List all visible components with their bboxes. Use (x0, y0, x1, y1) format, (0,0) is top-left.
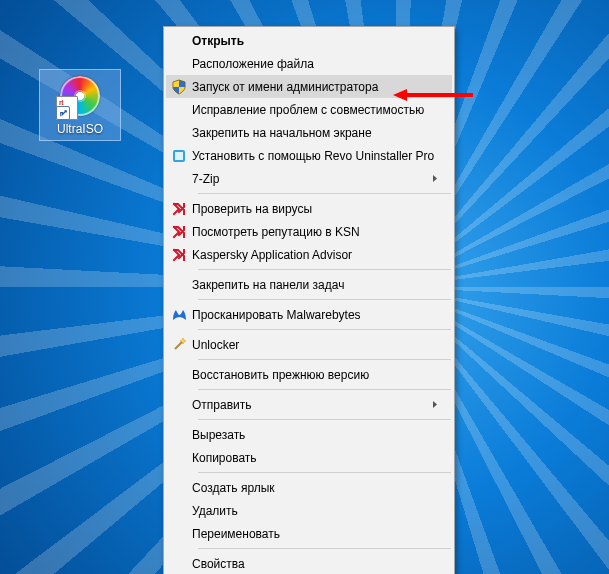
menu-item-label: Переименовать (192, 527, 444, 541)
menu-separator (198, 269, 451, 270)
menu-item-label: 7-Zip (192, 172, 432, 186)
blank-icon (166, 522, 192, 545)
menu-item-label: Kaspersky Application Advisor (192, 248, 444, 262)
menu-item[interactable]: Отправить (166, 393, 452, 416)
menu-item-label: Создать ярлык (192, 481, 444, 495)
chevron-right-icon (432, 174, 444, 183)
menu-item[interactable]: Исправление проблем с совместимостью (166, 98, 452, 121)
kasp-icon (166, 243, 192, 266)
blank-icon (166, 552, 192, 574)
menu-item-label: Закрепить на панели задач (192, 278, 444, 292)
menu-item-label: Удалить (192, 504, 444, 518)
kaspersky-icon (172, 202, 186, 216)
menu-item[interactable]: Свойства (166, 552, 452, 574)
blank-icon (166, 423, 192, 446)
menu-item-label: Копировать (192, 451, 444, 465)
blank-icon (166, 446, 192, 469)
menu-item-label: Исправление проблем с совместимостью (192, 103, 444, 117)
menu-item[interactable]: Unlocker (166, 333, 452, 356)
menu-separator (198, 389, 451, 390)
menu-item-label: Установить с помощью Revo Uninstaller Pr… (192, 149, 444, 163)
blank-icon (166, 363, 192, 386)
shield-icon (171, 79, 187, 95)
menu-item-label: Расположение файла (192, 57, 444, 71)
blank-icon (166, 476, 192, 499)
menu-item[interactable]: Запуск от имени администратора (166, 75, 452, 98)
wand-icon (166, 333, 192, 356)
menu-item[interactable]: Закрепить на начальном экране (166, 121, 452, 144)
svg-line-2 (175, 341, 183, 349)
menu-separator (198, 548, 451, 549)
blank-icon (166, 393, 192, 416)
desktop-shortcut-ultraiso[interactable]: UltraISO (40, 70, 120, 140)
menu-item-label: Запуск от имени администратора (192, 80, 444, 94)
menu-item[interactable]: Закрепить на панели задач (166, 273, 452, 296)
kaspersky-icon (172, 225, 186, 239)
menu-item[interactable]: Расположение файла (166, 52, 452, 75)
blank-icon (166, 167, 192, 190)
menu-item-label: Проверить на вирусы (192, 202, 444, 216)
menu-item[interactable]: Удалить (166, 499, 452, 522)
menu-item[interactable]: Восстановить прежнюю версию (166, 363, 452, 386)
menu-item[interactable]: Посмотреть репутацию в KSN (166, 220, 452, 243)
revo-icon (172, 149, 186, 163)
menu-item[interactable]: Вырезать (166, 423, 452, 446)
menu-item[interactable]: Установить с помощью Revo Uninstaller Pr… (166, 144, 452, 167)
menu-item-label: Отправить (192, 398, 432, 412)
kasp-icon (166, 197, 192, 220)
menu-item-label: Восстановить прежнюю версию (192, 368, 444, 382)
chevron-right-icon (432, 400, 444, 409)
revo-icon (166, 144, 192, 167)
blank-icon (166, 98, 192, 121)
mbam-icon (166, 303, 192, 326)
kasp-icon (166, 220, 192, 243)
menu-item[interactable]: 7-Zip (166, 167, 452, 190)
blank-icon (166, 121, 192, 144)
menu-item[interactable]: Переименовать (166, 522, 452, 545)
shortcut-overlay-icon (56, 106, 70, 120)
menu-item[interactable]: Открыть (166, 29, 452, 52)
menu-separator (198, 299, 451, 300)
blank-icon (166, 499, 192, 522)
shield-icon (166, 75, 192, 98)
blank-icon (166, 29, 192, 52)
malwarebytes-icon (172, 308, 187, 322)
menu-item-label: Вырезать (192, 428, 444, 442)
menu-item-label: Открыть (192, 34, 444, 48)
menu-separator (198, 472, 451, 473)
wand-icon (172, 337, 187, 352)
menu-item-label: Закрепить на начальном экране (192, 126, 444, 140)
shortcut-label: UltraISO (40, 122, 120, 136)
svg-rect-1 (175, 152, 183, 160)
menu-item[interactable]: Создать ярлык (166, 476, 452, 499)
blank-icon (166, 273, 192, 296)
menu-item-label: Свойства (192, 557, 444, 571)
menu-separator (198, 193, 451, 194)
menu-separator (198, 419, 451, 420)
menu-item[interactable]: Просканировать Malwarebytes (166, 303, 452, 326)
menu-item-label: Просканировать Malwarebytes (192, 308, 444, 322)
menu-item[interactable]: Проверить на вирусы (166, 197, 452, 220)
context-menu: ОткрытьРасположение файлаЗапуск от имени… (163, 26, 455, 574)
menu-item[interactable]: Копировать (166, 446, 452, 469)
kaspersky-icon (172, 248, 186, 262)
menu-item-label: Unlocker (192, 338, 444, 352)
menu-item[interactable]: Kaspersky Application Advisor (166, 243, 452, 266)
blank-icon (166, 52, 192, 75)
menu-item-label: Посмотреть репутацию в KSN (192, 225, 444, 239)
menu-separator (198, 359, 451, 360)
menu-separator (198, 329, 451, 330)
shortcut-icon (56, 72, 104, 120)
